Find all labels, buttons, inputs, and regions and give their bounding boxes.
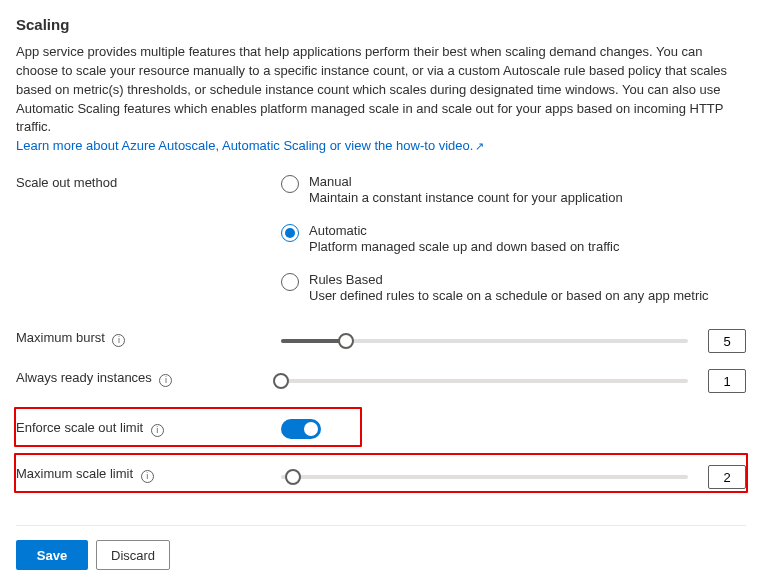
- maximum-burst-input[interactable]: [708, 329, 746, 353]
- info-icon[interactable]: i: [141, 470, 154, 483]
- toggle-knob: [304, 422, 318, 436]
- description-block: App service provides multiple features t…: [16, 43, 746, 156]
- discard-button[interactable]: Discard: [96, 540, 170, 570]
- always-ready-slider[interactable]: [281, 379, 688, 383]
- page-heading: Scaling: [16, 16, 746, 33]
- radio-label: Manual: [309, 174, 623, 189]
- enforce-limit-label: Enforce scale out limit: [16, 420, 143, 435]
- radio-icon: [281, 175, 299, 193]
- external-link-icon: ↗: [475, 140, 484, 152]
- radio-desc: Platform managed scale up and down based…: [309, 239, 620, 254]
- slider-thumb[interactable]: [273, 373, 289, 389]
- radio-label: Automatic: [309, 223, 620, 238]
- slider-thumb[interactable]: [338, 333, 354, 349]
- radio-icon: [281, 273, 299, 291]
- always-ready-row: Always ready instances i: [16, 369, 746, 393]
- footer-actions: Save Discard: [16, 525, 746, 570]
- max-scale-limit-input[interactable]: [708, 465, 746, 489]
- info-icon[interactable]: i: [151, 424, 164, 437]
- learn-more-link[interactable]: Learn more about Azure Autoscale, Automa…: [16, 138, 484, 153]
- maximum-burst-label: Maximum burst: [16, 330, 105, 345]
- max-scale-limit-row: Maximum scale limit i: [16, 455, 746, 499]
- info-icon[interactable]: i: [159, 374, 172, 387]
- radio-desc: User defined rules to scale on a schedul…: [309, 288, 709, 303]
- max-scale-limit-label: Maximum scale limit: [16, 466, 133, 481]
- radio-option-automatic[interactable]: Automatic Platform managed scale up and …: [281, 223, 709, 254]
- slider-thumb[interactable]: [285, 469, 301, 485]
- enforce-limit-row: Enforce scale out limit i: [16, 409, 746, 449]
- radio-desc: Maintain a constant instance count for y…: [309, 190, 623, 205]
- radio-option-rules[interactable]: Rules Based User defined rules to scale …: [281, 272, 709, 303]
- enforce-limit-toggle[interactable]: [281, 419, 321, 439]
- max-scale-limit-slider[interactable]: [281, 475, 688, 479]
- scale-out-method-label: Scale out method: [16, 175, 117, 190]
- always-ready-label: Always ready instances: [16, 370, 152, 385]
- maximum-burst-slider[interactable]: [281, 339, 688, 343]
- maximum-burst-row: Maximum burst i: [16, 329, 746, 353]
- slider-fill: [281, 339, 346, 343]
- scale-out-method-row: Scale out method Manual Maintain a const…: [16, 174, 746, 303]
- always-ready-input[interactable]: [708, 369, 746, 393]
- radio-icon: [281, 224, 299, 242]
- scale-out-radio-group: Manual Maintain a constant instance coun…: [281, 174, 709, 303]
- info-icon[interactable]: i: [112, 334, 125, 347]
- radio-label: Rules Based: [309, 272, 709, 287]
- description-text: App service provides multiple features t…: [16, 44, 727, 134]
- radio-option-manual[interactable]: Manual Maintain a constant instance coun…: [281, 174, 709, 205]
- save-button[interactable]: Save: [16, 540, 88, 570]
